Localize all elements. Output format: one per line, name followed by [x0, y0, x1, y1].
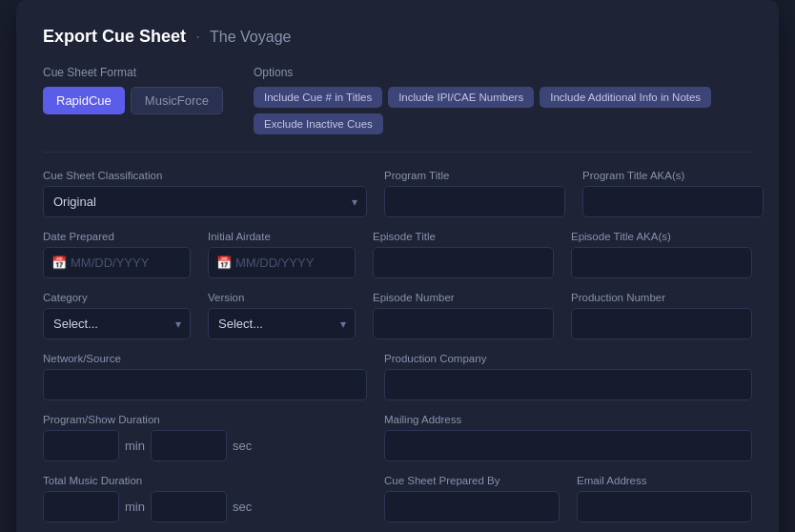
total-music-duration-label: Total Music Duration [43, 475, 367, 486]
mailing-address-label: Mailing Address [384, 414, 752, 425]
format-options-row: Cue Sheet Format RapidCue MusicForce Opt… [43, 66, 752, 134]
production-number-input[interactable]: VOY [571, 308, 752, 339]
email-address-label: Email Address [577, 475, 752, 486]
program-duration-label: Program/Show Duration [43, 414, 367, 425]
initial-airdate-group: Initial Airdate 📅 [208, 231, 356, 278]
option-additional-info-button[interactable]: Include Additional Info in Notes [540, 87, 711, 108]
program-duration-sec-label: sec [233, 439, 252, 461]
options-section-label: Options [254, 66, 752, 79]
network-source-label: Network/Source [43, 353, 367, 364]
program-title-group: Program Title The Voyage [384, 170, 565, 217]
export-cue-sheet-modal: Export Cue Sheet · The Voyage Cue Sheet … [16, 0, 779, 532]
modal-header: Export Cue Sheet · The Voyage [43, 27, 752, 47]
form-row-5: Program/Show Duration 60 min 58 sec Mail… [43, 414, 752, 461]
production-number-group: Production Number VOY [571, 292, 752, 339]
email-address-group: Email Address [577, 475, 752, 522]
format-section-label: Cue Sheet Format [43, 66, 223, 79]
program-duration-inputs: 60 min 58 sec [43, 430, 367, 461]
program-duration-min-label: min [125, 439, 145, 461]
format-buttons: RapidCue MusicForce [43, 87, 223, 114]
production-number-label: Production Number [571, 292, 752, 303]
header-separator: · [195, 27, 200, 47]
program-title-label: Program Title [384, 170, 565, 181]
network-source-input[interactable] [43, 369, 367, 400]
episode-number-input[interactable] [373, 308, 554, 339]
modal-project-name: The Voyage [210, 29, 291, 46]
category-group: Category Select... [43, 292, 191, 339]
total-music-duration-inputs: 47 min 0 sec [43, 491, 367, 522]
mailing-address-input[interactable] [384, 430, 752, 461]
episode-title-aka-label: Episode Title AKA(s) [571, 231, 752, 242]
format-musicforce-button[interactable]: MusicForce [131, 87, 223, 114]
episode-title-group: Episode Title [373, 231, 554, 278]
form-row-6: Total Music Duration 47 min 0 sec Cue Sh… [43, 475, 752, 522]
program-title-aka-input[interactable] [582, 186, 764, 217]
production-company-input[interactable] [384, 369, 752, 400]
episode-title-label: Episode Title [373, 231, 554, 242]
cue-sheet-prepared-by-group: Cue Sheet Prepared By [384, 475, 560, 522]
program-title-aka-group: Program Title AKA(s) [582, 170, 764, 217]
option-exclude-inactive-button[interactable]: Exclude Inactive Cues [254, 113, 383, 134]
format-section: Cue Sheet Format RapidCue MusicForce [43, 66, 223, 114]
episode-title-input[interactable] [373, 247, 554, 278]
version-label: Version [208, 292, 356, 303]
program-title-aka-label: Program Title AKA(s) [582, 170, 764, 181]
date-prepared-wrapper: 📅 [43, 247, 191, 278]
initial-airdate-wrapper: 📅 [208, 247, 356, 278]
date-prepared-input[interactable] [43, 247, 191, 278]
program-duration-group: Program/Show Duration 60 min 58 sec [43, 414, 367, 461]
episode-number-group: Episode Number [373, 292, 554, 339]
total-music-duration-sec-input[interactable]: 0 [151, 491, 227, 522]
form-row-4: Network/Source Production Company [43, 353, 752, 400]
category-select-wrapper: Select... [43, 308, 191, 339]
form-row-3: Category Select... Version Select... Epi… [43, 292, 752, 339]
option-buttons: Include Cue # in Titles Include IPI/CAE … [254, 87, 752, 134]
production-company-label: Production Company [384, 353, 752, 364]
option-cue-titles-button[interactable]: Include Cue # in Titles [254, 87, 382, 108]
total-music-duration-sec-label: sec [233, 500, 252, 522]
program-duration-sec-input[interactable]: 58 [151, 430, 227, 461]
format-rapidcue-button[interactable]: RapidCue [43, 87, 125, 114]
email-address-input[interactable] [577, 491, 752, 522]
classification-select[interactable]: Original Revised Supplemental [43, 186, 367, 217]
option-ipi-cae-button[interactable]: Include IPI/CAE Numbers [388, 87, 534, 108]
classification-label: Cue Sheet Classification [43, 170, 367, 181]
modal-title: Export Cue Sheet [43, 27, 186, 47]
classification-group: Cue Sheet Classification Original Revise… [43, 170, 367, 217]
initial-airdate-label: Initial Airdate [208, 231, 356, 242]
options-section: Options Include Cue # in Titles Include … [254, 66, 752, 134]
cue-sheet-prepared-by-label: Cue Sheet Prepared By [384, 475, 560, 486]
classification-select-wrapper: Original Revised Supplemental [43, 186, 367, 217]
category-label: Category [43, 292, 191, 303]
category-select[interactable]: Select... [43, 308, 191, 339]
episode-title-aka-input[interactable] [571, 247, 752, 278]
form-row-2: Date Prepared 📅 Initial Airdate 📅 Episod… [43, 231, 752, 278]
version-group: Version Select... [208, 292, 356, 339]
network-source-group: Network/Source [43, 353, 367, 400]
version-select-wrapper: Select... [208, 308, 356, 339]
episode-number-label: Episode Number [373, 292, 554, 303]
program-title-input[interactable]: The Voyage [384, 186, 565, 217]
date-prepared-label: Date Prepared [43, 231, 191, 242]
section-divider [43, 152, 752, 153]
date-prepared-group: Date Prepared 📅 [43, 231, 191, 278]
form-row-1: Cue Sheet Classification Original Revise… [43, 170, 752, 217]
version-select[interactable]: Select... [208, 308, 356, 339]
total-music-duration-min-input[interactable]: 47 [43, 491, 119, 522]
cue-sheet-prepared-by-input[interactable] [384, 491, 560, 522]
mailing-address-group: Mailing Address [384, 414, 752, 461]
total-music-duration-group: Total Music Duration 47 min 0 sec [43, 475, 367, 522]
program-duration-min-input[interactable]: 60 [43, 430, 119, 461]
total-music-duration-min-label: min [125, 500, 145, 522]
initial-airdate-input[interactable] [208, 247, 356, 278]
episode-title-aka-group: Episode Title AKA(s) [571, 231, 752, 278]
production-company-group: Production Company [384, 353, 752, 400]
